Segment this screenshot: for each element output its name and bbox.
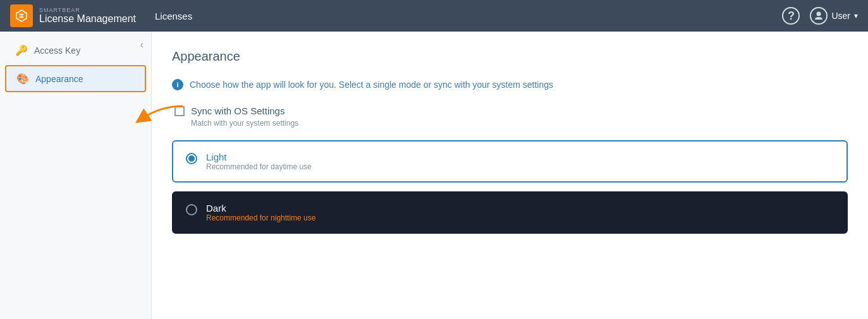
sidebar: ‹ 🔑 Access Key 🎨 Appearance <box>0 32 152 319</box>
svg-point-0 <box>817 12 821 16</box>
sync-sub: Match with your system settings <box>174 119 848 128</box>
info-text: Choose how the app will look for you. Se… <box>190 80 553 90</box>
sidebar-collapse-button[interactable]: ‹ <box>140 39 144 51</box>
sync-os-option: Sync with OS Settings Match with your sy… <box>172 105 848 128</box>
sidebar-item-label: Appearance <box>35 74 83 84</box>
page-title: Appearance <box>172 49 848 64</box>
key-icon: 🔑 <box>15 44 28 56</box>
light-mode-info: Light Recommended for daytime use <box>206 152 312 171</box>
logo-box <box>10 4 33 27</box>
dark-mode-info: Dark Recommended for nighttime use <box>206 203 315 222</box>
sidebar-item-access-key[interactable]: 🔑 Access Key <box>5 38 146 63</box>
light-mode-title: Light <box>206 152 312 162</box>
sync-checkbox[interactable] <box>174 106 185 116</box>
info-bar: i Choose how the app will look for you. … <box>172 79 848 90</box>
chevron-down-icon: ▾ <box>854 11 858 20</box>
main-layout: ‹ 🔑 Access Key 🎨 Appearance Appearance i… <box>0 32 868 319</box>
help-icon[interactable]: ? <box>782 7 800 25</box>
sidebar-item-label: Access Key <box>34 45 80 56</box>
brand-name: SMARTBEAR <box>39 7 136 13</box>
brand-text: SMARTBEAR License Management <box>39 7 136 25</box>
sync-label: Sync with OS Settings <box>191 105 284 116</box>
smartbear-logo-icon <box>14 8 29 23</box>
user-menu[interactable]: User ▾ <box>810 7 858 25</box>
brand-area: SMARTBEAR License Management <box>10 4 136 27</box>
header-actions: ? User ▾ <box>782 7 858 25</box>
light-mode-sub: Recommended for daytime use <box>206 162 312 171</box>
dark-mode-sub: Recommended for nighttime use <box>206 214 315 222</box>
light-radio-button[interactable] <box>186 153 197 164</box>
dark-mode-title: Dark <box>206 203 315 214</box>
dark-radio-button[interactable] <box>186 204 197 215</box>
palette-icon: 🎨 <box>16 73 29 85</box>
sidebar-item-appearance[interactable]: 🎨 Appearance <box>5 65 146 92</box>
licenses-link[interactable]: Licenses <box>155 11 192 21</box>
main-content: Appearance i Choose how the app will loo… <box>152 32 868 319</box>
sync-checkbox-row: Sync with OS Settings <box>174 105 848 116</box>
app-header: SMARTBEAR License Management Licenses ? … <box>0 0 868 32</box>
product-name: License Management <box>39 13 136 25</box>
dark-mode-card[interactable]: Dark Recommended for nighttime use <box>172 191 848 234</box>
user-label: User <box>831 11 850 21</box>
light-mode-card[interactable]: Light Recommended for daytime use <box>172 140 848 183</box>
info-icon: i <box>172 79 183 90</box>
user-avatar-icon <box>810 7 828 25</box>
page-nav-title: Licenses <box>136 11 782 21</box>
